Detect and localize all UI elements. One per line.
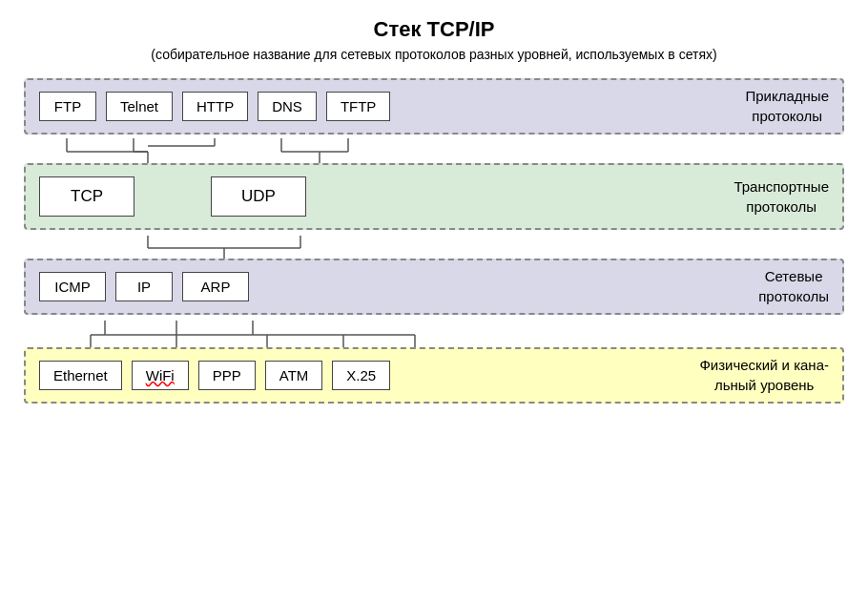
network-layer-label: Сетевыепротоколы <box>758 266 829 306</box>
proto-dns: DNS <box>258 92 317 121</box>
transport-layer-label: Транспортныепротоколы <box>734 176 829 217</box>
proto-telnet: Telnet <box>106 92 173 121</box>
network-layer-content: ICMP IP ARP <box>39 272 829 301</box>
proto-http: HTTP <box>182 92 248 121</box>
proto-ftp: FTP <box>39 92 96 121</box>
page-subtitle: (собирательное название для сетевых прот… <box>151 46 716 65</box>
connector-svg-1 <box>24 138 405 165</box>
proto-icmp: ICMP <box>39 272 106 301</box>
connector-app-transport <box>24 138 844 165</box>
proto-ip: IP <box>115 272 173 301</box>
network-protocols-row: ICMP IP ARP <box>39 272 249 301</box>
application-protocols-row: FTP Telnet HTTP DNS TFTP <box>39 92 390 121</box>
application-layer: FTP Telnet HTTP DNS TFTP Прикладныепрото… <box>24 78 844 135</box>
proto-tftp: TFTP <box>326 92 391 121</box>
connector-svg-2 <box>24 236 405 260</box>
connector-svg-3 <box>24 321 548 349</box>
connector-transport-network <box>24 236 844 260</box>
proto-udp: UDP <box>211 176 306 217</box>
proto-tcp: TCP <box>39 176 134 217</box>
page-title: Стек TCP/IP <box>374 17 495 42</box>
transport-layer: TCP UDP Транспортныепротоколы <box>24 163 844 230</box>
tcp-ip-diagram: FTP Telnet HTTP DNS TFTP Прикладныепрото… <box>24 78 844 413</box>
proto-atm: ATM <box>265 361 323 390</box>
transport-protocols-row: TCP UDP <box>39 176 306 217</box>
physical-layer: Ethernet WiFi PPP ATM X.25 Физический и … <box>24 347 844 404</box>
proto-wifi: WiFi <box>132 361 189 390</box>
physical-layer-label: Физический и кана-льный уровень <box>699 355 829 395</box>
transport-layer-content: TCP UDP <box>39 176 829 217</box>
proto-x25: X.25 <box>332 361 390 390</box>
proto-arp: ARP <box>182 272 249 301</box>
physical-protocols-row: Ethernet WiFi PPP ATM X.25 <box>39 361 390 390</box>
application-layer-label: Прикладныепротоколы <box>746 86 830 126</box>
connector-network-physical <box>24 321 844 349</box>
application-layer-content: FTP Telnet HTTP DNS TFTP <box>39 92 829 121</box>
network-layer: ICMP IP ARP Сетевыепротоколы <box>24 259 844 315</box>
proto-ethernet: Ethernet <box>39 361 122 390</box>
proto-ppp: PPP <box>198 361 256 390</box>
